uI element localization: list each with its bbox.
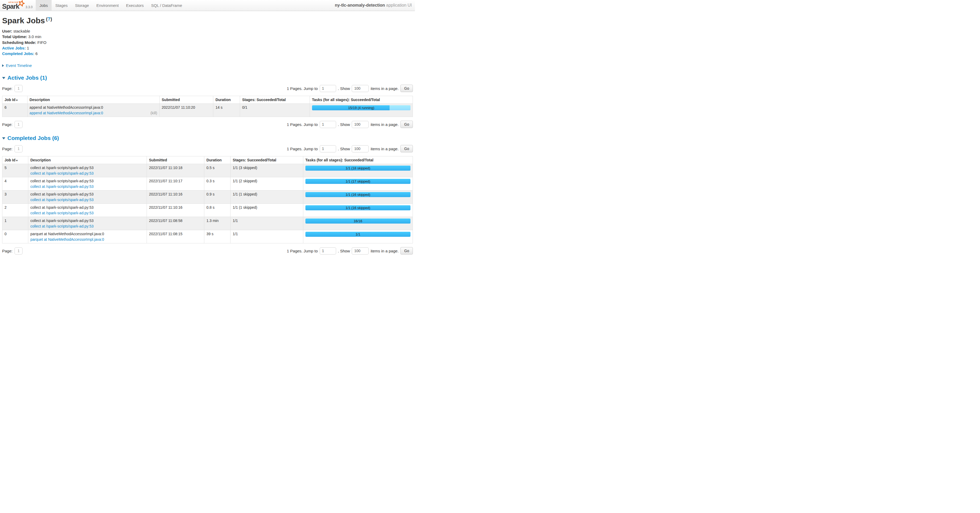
items-per-page-input[interactable] <box>352 247 369 254</box>
tab-sql-dataframe[interactable]: SQL / DataFrame <box>147 0 186 11</box>
tasks-progress-bar: 1/1 (17 skipped) <box>305 179 410 184</box>
items-per-page-input[interactable] <box>352 121 369 128</box>
column-stages[interactable]: Stages: Succeeded/Total <box>231 156 303 164</box>
application-name: ny-tlc-anomaly-detection application UI <box>335 3 415 8</box>
spark-logo[interactable]: APACHESpark 3.3.0 <box>0 0 36 11</box>
submitted-cell: 2022/11/07 11:10:17 <box>146 177 204 191</box>
submitted-cell: 2022/11/07 11:10:16 <box>146 204 204 217</box>
column-duration[interactable]: Duration <box>213 96 240 104</box>
application-name-bold: ny-tlc-anomaly-detection <box>335 3 385 7</box>
submitted-cell: 2022/11/07 11:08:15 <box>146 230 204 243</box>
spark-version: 3.3.0 <box>25 5 33 9</box>
page-indicator: Page: <box>2 85 22 92</box>
jump-to-page-input[interactable] <box>320 121 336 128</box>
collapse-arrow-open-icon <box>2 77 5 79</box>
job-description: collect at /spark-scripts/spark-ad.py:53 <box>30 219 145 223</box>
active-jobs-heading[interactable]: Active Jobs (1) <box>2 75 47 81</box>
event-timeline-label: Event Timeline <box>6 63 32 68</box>
tab-jobs[interactable]: Jobs <box>36 0 52 11</box>
page-number-input[interactable] <box>14 145 22 152</box>
job-description: collect at /spark-scripts/spark-ad.py:53 <box>30 205 145 210</box>
nav-tabs: Jobs Stages Storage Environment Executor… <box>36 0 186 11</box>
tasks-cell: 1/1 (16 skipped) <box>303 191 413 204</box>
column-job-id[interactable]: Job Id▾ <box>2 156 28 164</box>
duration-cell: 0.8 s <box>204 204 231 217</box>
summary-completed-jobs-link[interactable]: Completed Jobs: <box>2 51 34 56</box>
tab-storage[interactable]: Storage <box>72 0 93 11</box>
tab-environment[interactable]: Environment <box>92 0 122 11</box>
pagination-completed-bottom: Page: 1 Pages. Jump to . Show items in a… <box>2 247 413 254</box>
description-cell: collect at /spark-scripts/spark-ad.py:53… <box>28 217 146 230</box>
sort-desc-icon: ▾ <box>16 99 18 102</box>
page-number-input[interactable] <box>14 121 22 128</box>
page-number-input[interactable] <box>14 247 22 254</box>
job-detail-link[interactable]: parquet at NativeMethodAccessorImpl.java… <box>30 237 104 241</box>
apache-label: APACHE <box>8 1 19 3</box>
job-id-cell: 1 <box>2 217 28 230</box>
page-label: Page: <box>2 146 13 151</box>
summary-active-jobs-link[interactable]: Active Jobs: <box>2 46 25 50</box>
page-title-text: Spark Jobs <box>2 16 45 25</box>
stages-cell: 1/1 (3 skipped) <box>231 164 303 177</box>
job-detail-link[interactable]: collect at /spark-scripts/spark-ad.py:53 <box>30 211 94 215</box>
page-controls: 1 Pages. Jump to . Show items in a page.… <box>287 247 413 254</box>
go-button[interactable]: Go <box>401 247 413 254</box>
tab-stages[interactable]: Stages <box>52 0 72 11</box>
column-description[interactable]: Description <box>28 156 146 164</box>
summary-scheduling-mode: Scheduling Mode: FIFO <box>2 40 413 45</box>
completed-jobs-heading-text: Completed Jobs (6) <box>7 135 59 141</box>
summary-user-value: stackable <box>13 29 30 33</box>
tab-executors[interactable]: Executors <box>122 0 147 11</box>
sort-desc-icon: ▾ <box>16 159 18 162</box>
column-duration[interactable]: Duration <box>204 156 231 164</box>
job-detail-link[interactable]: collect at /spark-scripts/spark-ad.py:53 <box>30 171 94 175</box>
job-detail-link[interactable]: collect at /spark-scripts/spark-ad.py:53 <box>30 184 94 189</box>
duration-cell: 1.3 min <box>204 217 231 230</box>
help-question-icon[interactable]: ? <box>48 16 51 22</box>
job-detail-link[interactable]: append at NativeMethodAccessorImpl.java:… <box>30 111 103 115</box>
table-row: 6 append at NativeMethodAccessorImpl.jav… <box>2 104 413 117</box>
column-tasks[interactable]: Tasks (for all stages): Succeeded/Total <box>303 156 413 164</box>
jump-to-page-input[interactable] <box>320 85 336 92</box>
column-submitted[interactable]: Submitted <box>159 96 213 104</box>
pages-count-text: 1 Pages. Jump to <box>287 146 318 151</box>
column-description[interactable]: Description <box>27 96 159 104</box>
page-indicator: Page: <box>2 145 22 152</box>
items-per-page-input[interactable] <box>352 145 369 152</box>
navbar: APACHESpark 3.3.0 Jobs Stages Storage En… <box>0 0 415 11</box>
items-per-page-input[interactable] <box>352 85 369 92</box>
go-button[interactable]: Go <box>401 85 413 92</box>
help-link[interactable]: (?) <box>46 16 52 22</box>
page-indicator: Page: <box>2 121 22 128</box>
tasks-cell: 16/16 <box>303 217 413 230</box>
go-button[interactable]: Go <box>401 121 413 128</box>
progress-label: 1/1 (17 skipped) <box>305 179 410 184</box>
job-detail-link[interactable]: collect at /spark-scripts/spark-ad.py:53 <box>30 198 94 202</box>
kill-link[interactable]: (kill) <box>150 111 157 115</box>
page-label: Page: <box>2 249 13 253</box>
completed-jobs-table: Job Id▾ Description Submitted Duration S… <box>2 156 413 243</box>
stages-cell: 1/1 <box>231 230 303 243</box>
go-button[interactable]: Go <box>401 145 413 152</box>
column-submitted[interactable]: Submitted <box>146 156 204 164</box>
description-cell: collect at /spark-scripts/spark-ad.py:53… <box>28 204 146 217</box>
stages-cell: 1/1 <box>231 217 303 230</box>
page-controls: 1 Pages. Jump to . Show items in a page.… <box>287 85 413 92</box>
table-row: 2 collect at /spark-scripts/spark-ad.py:… <box>2 204 413 217</box>
column-stages[interactable]: Stages: Succeeded/Total <box>240 96 310 104</box>
page-number-input[interactable] <box>14 85 22 92</box>
column-tasks[interactable]: Tasks (for all stages): Succeeded/Total <box>310 96 413 104</box>
job-id-cell: 0 <box>2 230 28 243</box>
summary-scheduling-mode-value: FIFO <box>37 40 46 45</box>
table-row: 1 collect at /spark-scripts/spark-ad.py:… <box>2 217 413 230</box>
jump-to-page-input[interactable] <box>320 145 336 152</box>
job-detail-link[interactable]: collect at /spark-scripts/spark-ad.py:53 <box>30 224 94 228</box>
event-timeline-toggle[interactable]: Event Timeline <box>2 63 32 68</box>
tasks-cell: 1/1 (17 skipped) <box>303 177 413 191</box>
column-job-id[interactable]: Job Id▾ <box>2 96 27 104</box>
summary-active-jobs-value: 1 <box>27 46 29 50</box>
completed-jobs-heading[interactable]: Completed Jobs (6) <box>2 135 59 141</box>
duration-cell: 0.3 s <box>204 177 231 191</box>
show-text: . Show <box>338 122 350 127</box>
jump-to-page-input[interactable] <box>320 247 336 254</box>
